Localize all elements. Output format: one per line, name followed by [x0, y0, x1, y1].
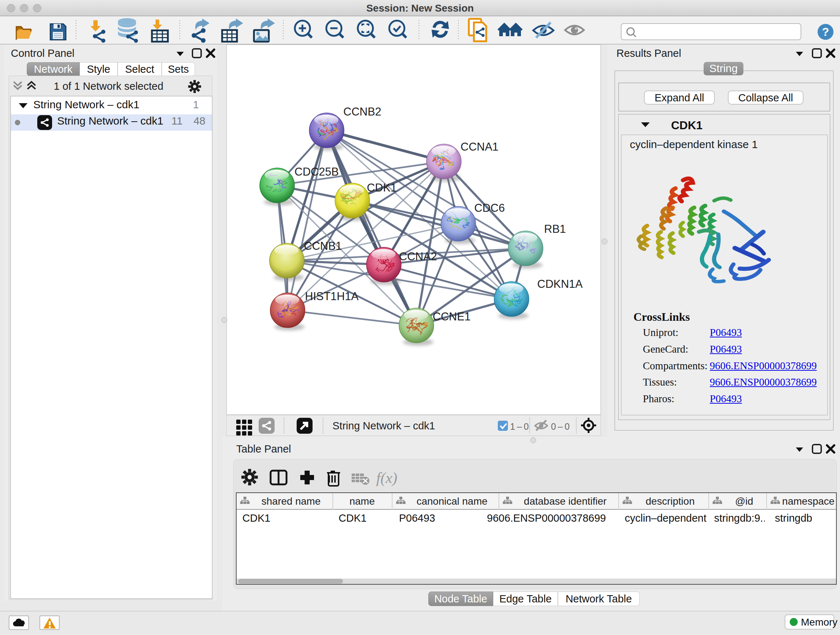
svg-text:f(x): f(x) [376, 470, 397, 486]
